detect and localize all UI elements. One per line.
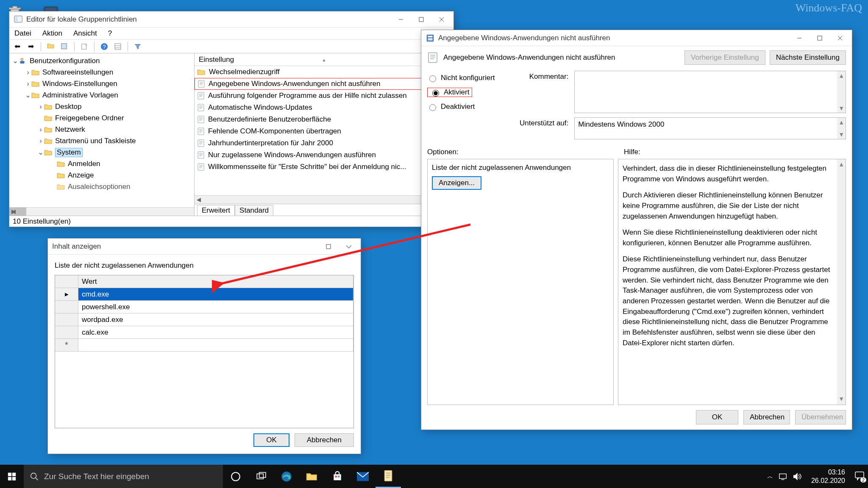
ok-button[interactable]: OK (696, 410, 738, 424)
start-button[interactable] (0, 465, 24, 488)
props-button[interactable] (59, 41, 70, 52)
svg-rect-32 (8, 472, 11, 476)
grid-cell[interactable]: calc.exe (78, 326, 353, 339)
gpe-window: Editor für lokale Gruppenrichtlinien Dat… (9, 11, 454, 227)
gpe-menubar: Datei Aktion Ansicht ? (9, 28, 453, 40)
list-item[interactable]: Benutzerdefinierte Benutzeroberfläche (195, 114, 453, 125)
close-button[interactable] (830, 30, 850, 46)
close-button[interactable] (339, 239, 359, 254)
list-item[interactable]: Automatische Windows-Updates (195, 102, 453, 114)
tree-hscroll[interactable]: ◄► (9, 207, 194, 216)
option-list-label: Liste der nicht zugelassenen Anwendungen (432, 164, 609, 172)
tree-software[interactable]: Softwareeinstellungen (42, 68, 113, 77)
minimize-button[interactable] (789, 30, 810, 46)
content-grid[interactable]: Wert ▸cmd.exe powershell.exe wordpad.exe… (55, 275, 354, 428)
tree-login[interactable]: Anmelden (68, 160, 100, 168)
task-view-icon[interactable] (248, 465, 274, 488)
system-tray[interactable]: ︿ 03:16 26.02.2020 2 (764, 465, 868, 488)
policy-titlebar: Angegebene Windows-Anwendungen nicht aus… (421, 30, 852, 46)
action-center-icon[interactable]: 2 (854, 471, 865, 482)
tree-startmenu[interactable]: Startmenü und Taskleiste (55, 137, 136, 145)
tree-admin-templates[interactable]: Administrative Vorlagen (42, 91, 118, 100)
col-header-value[interactable]: Wert (78, 275, 353, 288)
tree-network[interactable]: Netzwerk (55, 125, 85, 134)
tree-shared-folders[interactable]: Freigegebene Ordner (55, 114, 124, 122)
svg-rect-42 (334, 474, 341, 480)
tab-extended[interactable]: Erweitert (197, 205, 235, 216)
menu-action[interactable]: Aktion (40, 29, 65, 38)
cortana-icon[interactable] (223, 465, 248, 488)
comment-textbox[interactable]: ▴▾ (574, 71, 846, 113)
gpe-tree[interactable]: ⌄Benutzerkonfiguration ›Softwareeinstell… (9, 53, 195, 216)
svg-rect-50 (779, 474, 787, 478)
menu-file[interactable]: Datei (12, 29, 34, 38)
network-icon[interactable] (778, 472, 787, 481)
radio-disabled[interactable]: Deaktiviert (427, 102, 511, 111)
tab-standard[interactable]: Standard (235, 205, 273, 216)
minimize-button[interactable] (391, 12, 411, 27)
up-button[interactable] (45, 41, 56, 52)
filter-icon[interactable] (132, 41, 143, 52)
forward-button[interactable]: ➡ (25, 41, 36, 52)
gpe-statusbar: 10 Einstellung(en) (9, 216, 453, 227)
menu-help[interactable]: ? (106, 29, 114, 38)
export-button[interactable] (79, 41, 90, 52)
policy-icon (426, 33, 435, 43)
tree-cutoff[interactable]: Ausaleichsoptionen (68, 183, 130, 191)
list-item[interactable]: Fehlende COM-Komponenten übertragen (195, 125, 453, 137)
close-button[interactable] (431, 12, 452, 27)
explorer-icon[interactable] (299, 465, 325, 488)
list-header-setting[interactable]: Einstellung (195, 53, 453, 66)
menu-view[interactable]: Ansicht (71, 29, 100, 38)
taskbar-search[interactable]: Zur Suche Text hier eingeben (24, 465, 223, 488)
svg-rect-11 (419, 17, 423, 22)
tree-system[interactable]: System (55, 148, 83, 157)
next-setting-button[interactable]: Nächste Einstellung (770, 50, 846, 65)
taskbar-clock[interactable]: 03:16 26.02.2020 (807, 468, 849, 484)
grid-cell[interactable]: cmd.exe (78, 288, 353, 301)
svg-rect-33 (12, 472, 16, 476)
svg-rect-8 (15, 17, 18, 21)
tree-display[interactable]: Anzeige (68, 171, 94, 180)
show-list-button[interactable]: Anzeigen... (432, 176, 481, 190)
edge-icon[interactable] (274, 465, 299, 488)
tree-desktop[interactable]: Desktop (55, 103, 81, 111)
content-titlebar: Inhalt anzeigen (48, 238, 361, 255)
maximize-button[interactable] (810, 30, 830, 46)
tree-user-config[interactable]: Benutzerkonfiguration (30, 57, 100, 65)
list-item[interactable]: Wechselmedienzugriff (195, 66, 453, 78)
watermark: Windows-FAQ (796, 2, 862, 14)
content-dialog: Inhalt anzeigen Liste der nicht zugelass… (47, 238, 361, 454)
svg-rect-27 (818, 36, 822, 40)
help-icon[interactable]: ? (99, 41, 110, 52)
tray-chevron-icon[interactable]: ︿ (767, 473, 773, 480)
list-item-selected[interactable]: Angegebene Windows-Anwendungen nicht aus… (195, 78, 453, 90)
grid-cell[interactable]: wordpad.exe (78, 313, 353, 326)
list-item[interactable]: Jahrhundertinterpretation für Jahr 2000 (195, 137, 453, 149)
content-list-label: Liste der nicht zugelassenen Anwendungen (55, 261, 354, 270)
ok-button[interactable]: OK (253, 433, 289, 447)
help-scrollbar[interactable]: ▴▾ (837, 159, 846, 405)
list-item[interactable]: Willkommensseite für "Erste Schritte" be… (195, 161, 453, 173)
tree-windows-settings[interactable]: Windows-Einstellungen (42, 80, 117, 88)
store-icon[interactable] (325, 465, 350, 488)
maximize-button[interactable] (318, 239, 339, 254)
mail-icon[interactable] (350, 465, 376, 488)
apply-button[interactable]: Übernehmen (795, 410, 846, 424)
cancel-button[interactable]: Abbrechen (295, 433, 354, 447)
volume-icon[interactable] (793, 472, 802, 481)
grid-cell[interactable]: powershell.exe (78, 301, 353, 313)
list-hscroll[interactable]: ◄► (195, 195, 453, 204)
prev-setting-button[interactable]: Vorherige Einstellung (684, 50, 765, 65)
radio-not-configured[interactable]: Nicht konfiguriert (427, 73, 511, 83)
cancel-button[interactable]: Abbrechen (743, 410, 790, 424)
maximize-button[interactable] (411, 12, 431, 27)
list-item[interactable]: Nur zugelassene Windows-Anwendungen ausf… (195, 149, 453, 161)
running-app-icon[interactable] (376, 465, 401, 488)
back-button[interactable]: ⬅ (12, 41, 23, 52)
grid-icon[interactable] (112, 41, 123, 52)
options-label: Optionen: (427, 145, 617, 159)
list-item[interactable]: Ausführung folgender Programme aus der H… (195, 90, 453, 102)
grid-cell-new[interactable] (78, 339, 353, 352)
radio-enabled[interactable]: Aktiviert (427, 88, 472, 97)
